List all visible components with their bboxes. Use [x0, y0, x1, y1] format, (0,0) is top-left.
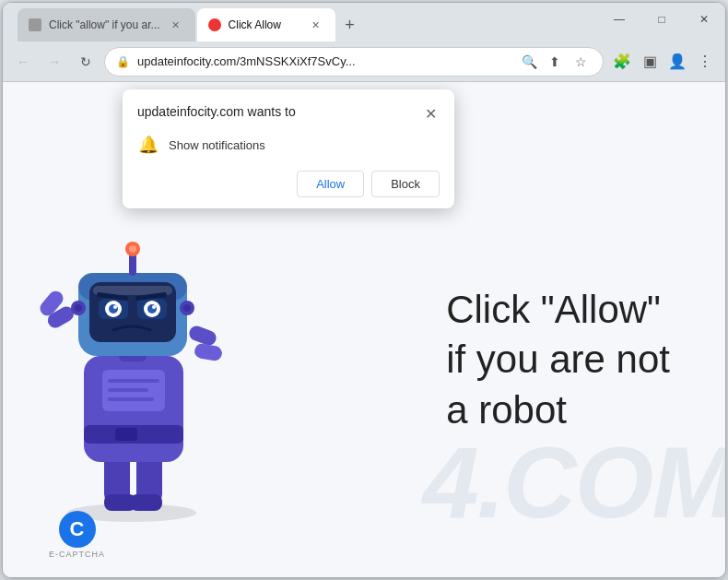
minimize-button[interactable]: —	[598, 3, 640, 36]
tab-1[interactable]: Click "allow" if you ar... ✕	[18, 8, 195, 41]
reload-button[interactable]: ↻	[73, 49, 99, 75]
svg-point-28	[147, 304, 157, 314]
notification-popup: updateinfocity.com wants to ✕ 🔔 Show not…	[123, 89, 454, 208]
svg-rect-15	[108, 397, 154, 401]
search-icon[interactable]: 🔍	[518, 51, 540, 73]
bell-icon: 🔔	[137, 134, 159, 156]
svg-point-37	[183, 304, 191, 312]
tab2-favicon	[208, 18, 221, 31]
popup-title: updateinfocity.com wants to	[137, 104, 296, 119]
tabs-row: Click "allow" if you ar... ✕ Click Allow…	[10, 3, 511, 41]
svg-rect-4	[194, 343, 223, 362]
profile-icon[interactable]: 👤	[664, 49, 690, 75]
tab1-favicon	[29, 18, 41, 31]
page-content: 4.COM	[3, 82, 725, 577]
lock-icon: 🔒	[116, 55, 130, 68]
menu-icon[interactable]: ⋮	[692, 49, 718, 75]
window-controls: — □ ✕	[598, 3, 725, 36]
popup-header: updateinfocity.com wants to ✕	[137, 104, 440, 123]
back-button[interactable]: ←	[10, 49, 36, 75]
popup-buttons: Allow Block	[137, 171, 440, 197]
captcha-logo: C E-CAPTCHA	[49, 511, 105, 559]
browser-window: Click "allow" if you ar... ✕ Click Allow…	[2, 2, 726, 578]
address-bar[interactable]: 🔒 updateinfocity.com/3mNSSKXiXf7SvCy... …	[104, 47, 604, 77]
forward-button[interactable]: →	[41, 49, 67, 75]
main-message: Click "Allow" if you are not a robot	[446, 284, 670, 435]
robot-illustration	[30, 208, 288, 559]
navigation-bar: ← → ↻ 🔒 updateinfocity.com/3mNSSKXiXf7Sv…	[3, 41, 725, 82]
toolbar-icons: 🧩 ▣ 👤 ⋮	[609, 49, 718, 75]
maximize-button[interactable]: □	[640, 3, 683, 36]
svg-point-35	[75, 304, 82, 312]
svg-point-29	[152, 305, 156, 309]
svg-rect-14	[108, 388, 148, 392]
svg-point-23	[109, 304, 118, 314]
tab2-title: Click Allow	[229, 18, 300, 31]
extensions-icon[interactable]: 🧩	[609, 49, 635, 75]
block-button[interactable]: Block	[371, 171, 440, 197]
svg-rect-8	[130, 494, 162, 511]
svg-point-33	[129, 245, 136, 253]
tab1-title: Click "allow" if you ar...	[49, 18, 160, 31]
allow-button[interactable]: Allow	[297, 171, 364, 197]
bookmark-icon[interactable]: ☆	[569, 51, 592, 73]
svg-rect-11	[115, 428, 137, 441]
new-tab-button[interactable]: +	[337, 12, 363, 38]
captcha-label: E-CAPTCHA	[49, 550, 105, 559]
tab1-close[interactable]: ✕	[168, 17, 184, 33]
main-text-line3: a robot	[446, 385, 670, 436]
captcha-icon: C	[59, 511, 96, 548]
close-button[interactable]: ✕	[683, 3, 725, 36]
address-icons: 🔍 ⬆ ☆	[518, 51, 592, 73]
popup-close-button[interactable]: ✕	[421, 104, 440, 123]
tab-2[interactable]: Click Allow ✕	[197, 8, 335, 41]
main-text-line1: Click "Allow"	[446, 284, 670, 335]
popup-permission: 🔔 Show notifications	[137, 134, 440, 156]
main-text-line2: if you are not	[446, 335, 670, 385]
watermark: 4.COM	[423, 423, 725, 540]
svg-rect-13	[108, 379, 159, 383]
tab2-close[interactable]: ✕	[308, 17, 324, 33]
permission-text: Show notifications	[169, 138, 265, 152]
share-icon[interactable]: ⬆	[544, 51, 566, 73]
title-bar: Click "allow" if you ar... ✕ Click Allow…	[3, 3, 725, 41]
address-text: updateinfocity.com/3mNSSKXiXf7SvCy...	[137, 54, 511, 68]
svg-point-24	[113, 305, 117, 309]
sidebar-icon[interactable]: ▣	[637, 49, 663, 75]
